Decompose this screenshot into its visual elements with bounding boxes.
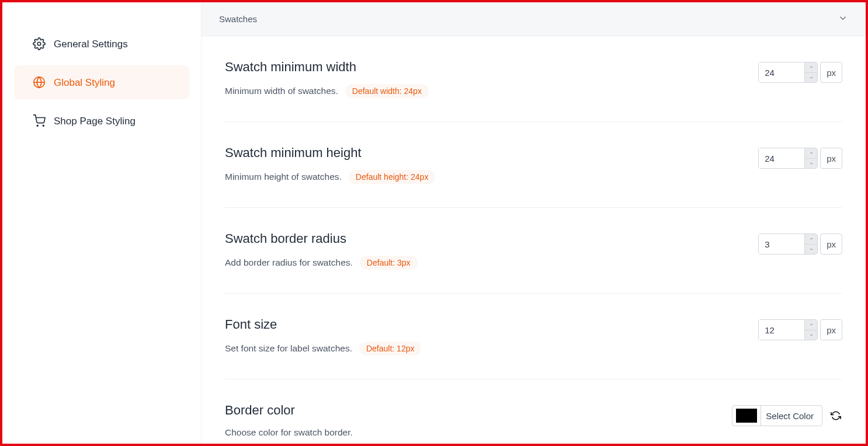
swatch-min-width-input[interactable] [759, 62, 804, 82]
setting-description: Add border radius for swatches. [225, 257, 353, 268]
setting-swatch-min-width: Swatch minimum width Minimum width of sw… [225, 36, 842, 122]
swatch-min-height-input[interactable] [759, 148, 804, 168]
collapse-toggle[interactable] [838, 13, 848, 26]
sidebar-item-shop-page-styling[interactable]: Shop Page Styling [14, 104, 189, 138]
default-badge: Default: 12px [359, 342, 422, 356]
sidebar: General Settings Global Styling Shop Pag… [2, 2, 201, 444]
setting-swatch-border-radius: Swatch border radius Add border radius f… [225, 208, 842, 294]
font-size-input[interactable] [759, 320, 804, 340]
reset-color-button[interactable] [829, 409, 842, 422]
setting-description: Set font size for label swatches. [225, 343, 352, 354]
stepper-down-button[interactable] [805, 245, 817, 255]
svg-point-4 [43, 125, 44, 126]
stepper-up-button[interactable] [805, 62, 817, 73]
default-badge: Default: 3px [360, 256, 418, 270]
section-header: Swatches [202, 2, 866, 36]
svg-point-0 [37, 42, 41, 46]
stepper-up-button[interactable] [805, 148, 817, 159]
unit-label: px [820, 319, 842, 340]
swatch-border-radius-input[interactable] [759, 234, 804, 254]
select-color-button[interactable]: Select Color [761, 406, 822, 426]
setting-description: Minimum width of swatches. [225, 86, 338, 96]
unit-label: px [820, 234, 842, 255]
sidebar-item-label: Global Styling [54, 78, 115, 88]
color-swatch-preview[interactable] [736, 409, 757, 423]
stepper-up-button[interactable] [805, 320, 817, 330]
sidebar-item-general-settings[interactable]: General Settings [14, 27, 189, 61]
stepper-up-button[interactable] [805, 234, 817, 245]
stepper-down-button[interactable] [805, 330, 817, 340]
unit-label: px [820, 148, 842, 169]
sidebar-item-global-styling[interactable]: Global Styling [14, 65, 189, 99]
sidebar-item-label: Shop Page Styling [54, 116, 136, 126]
setting-font-size: Font size Set font size for label swatch… [225, 294, 842, 379]
gear-icon [33, 37, 46, 50]
stepper-down-button[interactable] [805, 159, 817, 169]
section-title: Swatches [219, 14, 257, 24]
setting-description: Choose color for swatch border. [225, 427, 353, 438]
setting-title: Swatch minimum height [225, 145, 435, 161]
setting-title: Swatch minimum width [225, 60, 429, 75]
stepper-down-button[interactable] [805, 73, 817, 83]
globe-icon [33, 76, 46, 89]
svg-point-3 [37, 125, 38, 126]
main-content: Swatches Swatch minimum width Minimum wi… [201, 2, 866, 444]
setting-border-color: Border color Choose color for swatch bor… [225, 379, 842, 444]
setting-title: Swatch border radius [225, 231, 418, 246]
default-badge: Default width: 24px [345, 84, 429, 98]
sidebar-item-label: General Settings [54, 39, 128, 49]
setting-title: Font size [225, 317, 421, 332]
unit-label: px [820, 62, 842, 83]
setting-description: Minimum height of swatches. [225, 172, 342, 182]
setting-swatch-min-height: Swatch minimum height Minimum height of … [225, 122, 842, 208]
default-badge: Default height: 24px [349, 170, 436, 184]
setting-title: Border color [225, 403, 353, 418]
cart-icon [33, 114, 46, 127]
settings-list: Swatch minimum width Minimum width of sw… [202, 36, 866, 444]
